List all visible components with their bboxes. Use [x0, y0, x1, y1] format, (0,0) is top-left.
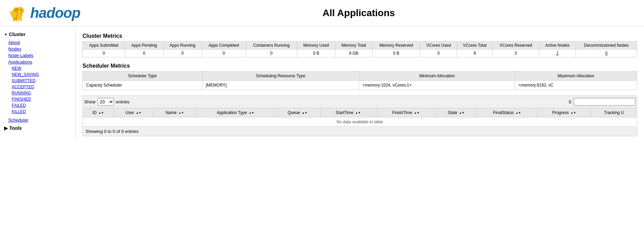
col-start-time-label: StartTime — [336, 110, 354, 115]
col-decommissioned-nodes: Decommissioned Nodes — [576, 42, 637, 49]
table-footer-text: Showing 0 to 0 of 0 entries — [86, 129, 138, 134]
sort-arrows-queue[interactable]: ▲▼ — [302, 112, 307, 114]
sort-arrows-app-type[interactable]: ▲▼ — [249, 112, 254, 114]
sidebar-item-node-labels[interactable]: Node Labels — [5, 52, 75, 59]
col-apps-submitted: Apps Submitted — [83, 42, 125, 49]
sidebar-item-new-saving[interactable]: NEW_SAVING — [10, 71, 75, 78]
col-id[interactable]: ID ▲▼ — [83, 108, 114, 117]
search-input[interactable] — [574, 98, 635, 106]
col-queue-label: Queue — [288, 110, 300, 115]
apps-header-row: ID ▲▼ User ▲▼ Name ▲▼ Application Type ▲… — [83, 108, 637, 117]
hadoop-logo-text: hadoop — [30, 5, 80, 21]
sidebar-item-accepted[interactable]: ACCEPTED — [10, 84, 75, 90]
search-label: S — [568, 99, 571, 104]
col-start-time[interactable]: StartTime ▲▼ — [320, 108, 376, 117]
val-scheduler-type: Capacity Scheduler — [83, 81, 202, 90]
col-scheduler-type: Scheduler Type — [83, 71, 202, 81]
scheduler-header-row: Scheduler Type Scheduling Resource Type … — [83, 71, 637, 81]
main-layout: ▼ Cluster About Nodes Node Labels Applic… — [0, 26, 644, 140]
sidebar-item-nodes[interactable]: Nodes — [5, 46, 75, 52]
sort-arrows-progress[interactable]: ▲▼ — [570, 112, 576, 114]
col-apps-completed: Apps Completed — [202, 42, 246, 49]
cluster-metrics-data-row: 0 0 0 0 0 0 B 8 GB 0 B 0 8 0 1 0 — [83, 49, 637, 57]
cluster-metrics-title: Cluster Metrics — [82, 33, 637, 39]
col-final-status-label: FinalStatus — [493, 110, 514, 115]
svg-point-4 — [21, 9, 22, 10]
tools-section-header[interactable]: ▶ Tools — [0, 123, 75, 133]
col-queue[interactable]: Queue ▲▼ — [275, 108, 321, 117]
scheduler-metrics-table: Scheduler Type Scheduling Resource Type … — [82, 71, 637, 90]
col-tracking-url[interactable]: Tracking U — [591, 108, 637, 117]
active-nodes-link[interactable]: 1 — [556, 51, 559, 56]
svg-point-3 — [21, 9, 22, 10]
col-name[interactable]: Name ▲▼ — [153, 108, 196, 117]
val-memory-total: 8 GB — [335, 49, 373, 57]
col-finish-time-label: FinishTime — [392, 110, 412, 115]
col-maximum-allocation: Maximum Allocation — [515, 71, 637, 81]
col-state-label: State — [448, 110, 457, 115]
scheduler-metrics-title: Scheduler Metrics — [82, 63, 637, 69]
col-vcores-used: VCores Used — [420, 42, 457, 49]
scheduler-link-area: Scheduler — [0, 117, 75, 123]
sidebar-item-killed[interactable]: KILLED — [10, 109, 75, 115]
sidebar-item-scheduler[interactable]: Scheduler — [5, 117, 75, 123]
col-tracking-url-label: Tracking U — [604, 110, 624, 115]
val-memory-reserved: 0 B — [372, 49, 420, 57]
col-finish-time[interactable]: FinishTime ▲▼ — [376, 108, 436, 117]
val-active-nodes[interactable]: 1 — [539, 49, 576, 57]
no-data-message: No data available in table — [83, 117, 637, 127]
col-application-type[interactable]: Application Type ▲▼ — [197, 108, 275, 117]
svg-rect-8 — [21, 17, 22, 21]
sidebar-item-new[interactable]: NEW — [10, 65, 75, 71]
val-containers-running: 0 — [246, 49, 297, 57]
tools-arrow-icon: ▶ — [4, 125, 8, 131]
col-memory-reserved: Memory Reserved — [372, 42, 420, 49]
svg-rect-6 — [15, 18, 17, 21]
header: hadoop All Applications — [0, 0, 644, 26]
applications-table: ID ▲▼ User ▲▼ Name ▲▼ Application Type ▲… — [82, 108, 637, 127]
sidebar-item-applications[interactable]: Applications — [5, 59, 75, 65]
sidebar-item-submitted[interactable]: SUBMITTED — [10, 78, 75, 84]
col-user[interactable]: User ▲▼ — [114, 108, 153, 117]
val-apps-pending: 0 — [125, 49, 163, 57]
sidebar-item-about[interactable]: About — [5, 39, 75, 46]
sidebar-item-running[interactable]: RUNNING — [10, 90, 75, 96]
val-scheduling-resource-type: [MEMORY] — [202, 81, 359, 90]
val-apps-running: 0 — [163, 49, 202, 57]
sort-arrows-state[interactable]: ▲▼ — [459, 112, 465, 114]
sort-arrows-id[interactable]: ▲▼ — [98, 112, 104, 114]
sort-arrows-final-status[interactable]: ▲▼ — [515, 112, 521, 114]
sort-arrows-start-time[interactable]: ▲▼ — [355, 112, 361, 114]
cluster-links: About Nodes Node Labels Applications — [0, 39, 75, 65]
entries-per-page-select[interactable]: 10 20 50 100 — [98, 98, 114, 106]
col-vcores-reserved: VCores Reserved — [492, 42, 539, 49]
col-id-label: ID — [92, 110, 97, 115]
val-minimum-allocation: <memory:1024, vCores:1> — [359, 81, 515, 90]
sort-arrows-user[interactable]: ▲▼ — [136, 112, 142, 114]
col-memory-used: Memory Used — [297, 42, 335, 49]
entries-label: entries — [116, 99, 130, 104]
col-minimum-allocation: Minimum Allocation — [359, 71, 515, 81]
sidebar: ▼ Cluster About Nodes Node Labels Applic… — [0, 26, 76, 140]
table-controls: Show 10 20 50 100 entries S — [82, 95, 637, 108]
col-progress[interactable]: Progress ▲▼ — [537, 108, 591, 117]
decommissioned-nodes-link[interactable]: 0 — [605, 51, 608, 56]
sort-arrows-finish-time[interactable]: ▲▼ — [414, 112, 420, 114]
sidebar-item-failed[interactable]: FAILED — [10, 102, 75, 109]
cluster-metrics-header-row: Apps Submitted Apps Pending Apps Running… — [83, 42, 637, 49]
sort-arrows-name[interactable]: ▲▼ — [178, 112, 184, 114]
val-decommissioned-nodes[interactable]: 0 — [576, 49, 637, 57]
val-vcores-total: 8 — [457, 49, 493, 57]
cluster-section-header[interactable]: ▼ Cluster — [0, 30, 75, 39]
col-apps-running: Apps Running — [163, 42, 202, 49]
page-title: All Applications — [80, 8, 637, 19]
col-state[interactable]: State ▲▼ — [436, 108, 477, 117]
val-vcores-reserved: 0 — [492, 49, 539, 57]
col-containers-running: Containers Running — [246, 42, 297, 49]
col-memory-total: Memory Total — [335, 42, 373, 49]
col-scheduling-resource-type: Scheduling Resource Type — [202, 71, 359, 81]
sidebar-item-finished[interactable]: FINISHED — [10, 96, 75, 102]
col-final-status[interactable]: FinalStatus ▲▼ — [477, 108, 537, 117]
app-state-links: NEW NEW_SAVING SUBMITTED ACCEPTED RUNNIN… — [0, 65, 75, 115]
val-memory-used: 0 B — [297, 49, 335, 57]
